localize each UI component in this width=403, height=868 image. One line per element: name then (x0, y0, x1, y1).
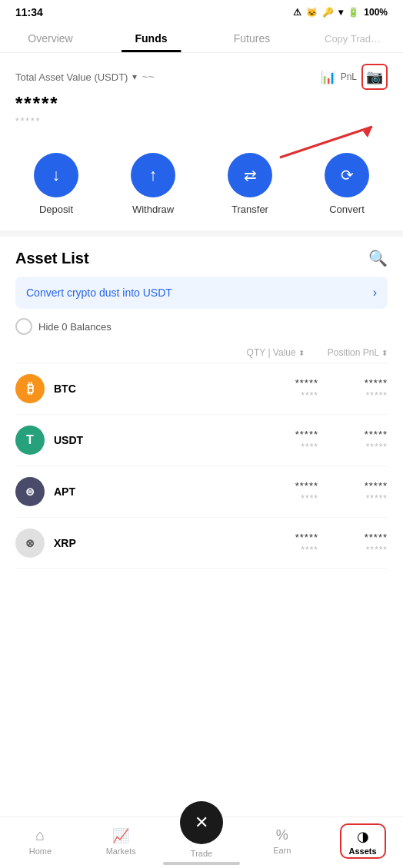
xrp-name: XRP (54, 537, 249, 549)
deposit-button[interactable]: ↓ Deposit (34, 153, 78, 215)
tab-funds[interactable]: Funds (101, 26, 202, 52)
col-qty-val-header[interactable]: QTY | Value ⬍ (247, 347, 305, 358)
earn-icon: % (276, 827, 288, 843)
apt-pnl: ***** ***** (318, 480, 388, 504)
warning-icon: ⚠ (293, 7, 301, 18)
convert-label: Convert (329, 204, 365, 215)
status-bar: 11:34 ⚠ 🐱 🔑 ▾ 🔋 100% (0, 0, 403, 22)
pnl-area: 📊 PnL 📷 (321, 64, 388, 90)
btc-pnl: ***** ***** (318, 377, 388, 401)
table-row[interactable]: ⊗ XRP ***** **** ***** ***** (15, 518, 388, 569)
apt-pnl-sub: ***** (366, 493, 388, 504)
asset-value-masked: ***** (15, 93, 388, 114)
col-pnl-header[interactable]: Position PnL ⬍ (311, 347, 388, 358)
usdt-qty: ***** (295, 429, 318, 440)
time: 11:34 (15, 6, 43, 18)
nav-markets-label: Markets (106, 846, 136, 856)
qr-icon-button[interactable]: 📷 (361, 64, 388, 90)
asset-list-title: Asset List (15, 250, 89, 267)
btc-qty: ***** (295, 377, 318, 389)
xrp-qty: ***** (295, 532, 318, 543)
hide-zero-label: Hide 0 Balances (38, 321, 112, 333)
camera-icon: 📷 (366, 68, 383, 85)
trade-circle-button[interactable]: ✕ (180, 801, 223, 844)
nav-home[interactable]: ⌂ Home (0, 827, 81, 856)
eye-icon[interactable]: ~~ (142, 71, 154, 83)
usdt-val: **** (301, 442, 318, 452)
table-header: QTY | Value ⬍ Position PnL ⬍ (15, 343, 388, 363)
apt-icon: ⊜ (15, 477, 45, 506)
deposit-label: Deposit (39, 204, 73, 215)
home-indicator (163, 862, 240, 865)
bottom-nav: ⌂ Home 📈 Markets ✕ Trade % Earn ◑ Assets (0, 817, 403, 868)
nav-markets[interactable]: 📈 Markets (81, 827, 162, 856)
nav-trade[interactable]: ✕ Trade (162, 817, 242, 858)
deposit-circle: ↓ (34, 153, 78, 197)
chevron-down-icon[interactable]: ▾ (132, 71, 137, 82)
withdraw-button[interactable]: ↑ Withdraw (131, 153, 175, 215)
xrp-pnl-val: ***** (365, 532, 388, 543)
nav-trade-label: Trade (191, 849, 212, 858)
sort-pnl-icon: ⬍ (381, 349, 388, 357)
table-row[interactable]: ₿ BTC ***** **** ***** ***** (15, 363, 388, 415)
assets-icon: ◑ (357, 828, 369, 845)
tab-futures[interactable]: Futures (202, 26, 302, 52)
convert-dust-banner[interactable]: Convert crypto dust into USDT › (15, 277, 388, 309)
asset-sub-masked: ***** (15, 116, 388, 127)
btc-name: BTC (54, 383, 249, 395)
btc-pnl-sub: ***** (366, 390, 388, 401)
xrp-pnl-sub: ***** (366, 545, 388, 555)
usdt-pnl: ***** ***** (318, 429, 388, 452)
tab-overview[interactable]: Overview (0, 26, 101, 52)
key-icon: 🔑 (322, 7, 334, 18)
sort-qty-icon: ⬍ (298, 349, 305, 357)
wifi-icon: ▾ (338, 7, 343, 18)
asset-list-section: Asset List 🔍 Convert crypto dust into US… (0, 237, 403, 569)
btc-icon: ₿ (15, 374, 45, 403)
transfer-circle: ⇄ (228, 153, 272, 197)
convert-button[interactable]: ⟳ Convert (325, 153, 369, 215)
xrp-qty-value: ***** **** (249, 532, 318, 555)
withdraw-circle: ↑ (131, 153, 175, 197)
usdt-icon: T (15, 426, 45, 455)
deposit-icon: ↓ (52, 165, 61, 185)
convert-dust-text: Convert crypto dust into USDT (26, 287, 172, 299)
nav-assets[interactable]: ◑ Assets (322, 823, 403, 859)
search-button[interactable]: 🔍 (368, 249, 388, 267)
apt-pnl-val: ***** (365, 480, 388, 492)
transfer-button[interactable]: ⇄ Transfer (228, 153, 272, 215)
btc-val: **** (301, 390, 318, 401)
usdt-pnl-val: ***** (365, 429, 388, 440)
withdraw-icon: ↑ (149, 165, 158, 185)
home-icon: ⌂ (35, 827, 45, 844)
apt-qty-value: ***** **** (249, 480, 318, 504)
apt-name: APT (54, 485, 249, 498)
nav-assets-box: ◑ Assets (340, 823, 386, 859)
convert-circle: ⟳ (325, 153, 369, 197)
hide-zero-toggle[interactable] (15, 318, 32, 335)
nav-earn[interactable]: % Earn (241, 827, 322, 855)
battery-level: 100% (364, 7, 388, 18)
btc-qty-value: ***** **** (249, 377, 318, 401)
total-asset-label: Total Asset Value (USDT) (15, 71, 128, 83)
xrp-val: **** (301, 545, 318, 555)
action-buttons: ↓ Deposit ↑ Withdraw ⇄ Transfer ⟳ Conver… (0, 141, 403, 237)
table-row[interactable]: T USDT ***** **** ***** ***** (15, 415, 388, 466)
nav-earn-label: Earn (273, 846, 291, 855)
withdraw-label: Withdraw (132, 204, 174, 215)
transfer-label: Transfer (231, 204, 268, 215)
table-row[interactable]: ⊜ APT ***** **** ***** ***** (15, 466, 388, 518)
pnl-button[interactable]: PnL (341, 71, 357, 82)
apt-val: **** (301, 493, 318, 504)
asset-list-header: Asset List 🔍 (15, 249, 388, 267)
hide-zero-row: Hide 0 Balances (15, 318, 388, 335)
tab-copy-trade[interactable]: Copy Trad… (302, 27, 403, 52)
nav-home-label: Home (29, 846, 52, 856)
transfer-icon: ⇄ (244, 166, 257, 184)
usdt-name: USDT (54, 434, 249, 446)
xrp-pnl: ***** ***** (318, 532, 388, 555)
header-section: Total Asset Value (USDT) ▾ ~~ 📊 PnL 📷 **… (0, 53, 403, 141)
tab-bar: Overview Funds Futures Copy Trad… (0, 22, 403, 53)
battery-icon: 🔋 (348, 7, 359, 18)
apt-qty: ***** (295, 480, 318, 492)
